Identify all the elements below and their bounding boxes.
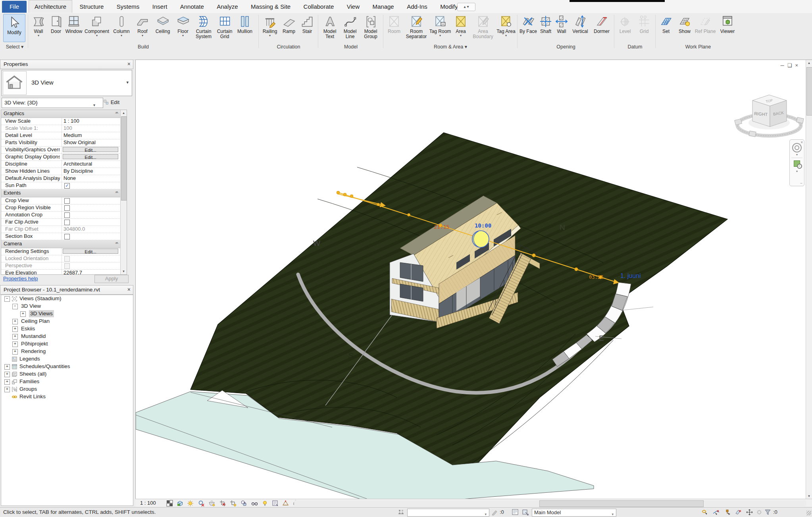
collapse-icon[interactable]: − <box>12 304 18 309</box>
horizontal-scrollbar[interactable] <box>294 500 806 506</box>
tab-collaborate[interactable]: Collaborate <box>298 0 340 13</box>
editable-only-icon[interactable] <box>491 509 498 515</box>
curtain-system-button[interactable]: Curtain System <box>192 13 215 39</box>
apply-button[interactable]: Apply <box>94 275 129 283</box>
3d-view-scene[interactable]: 10:00 21:15 03:22 1. juuni W N E S RIGHT… <box>136 60 806 499</box>
ribbon-collapse-toggle[interactable]: ▴ ▾ <box>457 3 475 11</box>
sun-path-icon[interactable] <box>187 500 194 507</box>
tag-room-button[interactable]: Tag Room▾ <box>429 13 451 37</box>
filter-icon[interactable] <box>764 509 772 515</box>
set-button[interactable]: Set <box>657 13 675 34</box>
chevron-down-icon[interactable]: ▾ <box>790 170 804 173</box>
expand-icon[interactable]: + <box>4 364 10 370</box>
panel-label-work-plane[interactable]: Work Plane <box>657 44 739 50</box>
edit-button[interactable]: Edit... <box>63 147 118 152</box>
design-option-dropdown[interactable]: Main Model ▾ <box>532 509 616 517</box>
expand-icon[interactable]: + <box>12 334 18 340</box>
wall-opening-button[interactable]: Wall <box>554 13 570 34</box>
worksets-icon[interactable] <box>398 509 405 515</box>
door-button[interactable]: Door <box>48 13 64 34</box>
tree-item-3d-views[interactable]: + 3D Views <box>1 310 133 318</box>
tree-item-eskiis[interactable]: + Eskiis <box>1 325 133 333</box>
ref-plane-button[interactable]: Ref Plane <box>694 13 716 34</box>
select-pinned-toggle-icon[interactable] <box>724 509 731 515</box>
dormer-button[interactable]: Dormer <box>591 13 612 34</box>
expand-icon[interactable]: + <box>4 372 10 377</box>
tag-area-button[interactable]: Tag Area▾ <box>496 13 516 37</box>
panel-label-datum[interactable]: Datum <box>616 44 654 50</box>
properties-help-link[interactable]: Properties help <box>3 276 38 282</box>
component-button[interactable]: Component▾ <box>84 13 110 37</box>
panel-label-room-area[interactable]: Room & Area ▾ <box>385 44 516 50</box>
drawing-area[interactable]: 10:00 21:15 03:22 1. juuni W N E S RIGHT… <box>135 60 812 499</box>
prop-row[interactable]: Eye Elevation22687.7 <box>1 270 121 274</box>
close-icon[interactable]: × <box>795 62 801 68</box>
ramp-button[interactable]: Ramp <box>280 13 298 34</box>
tree-item-mustandid[interactable]: + Mustandid <box>1 333 133 340</box>
expand-icon[interactable]: + <box>12 319 18 324</box>
show-rendering-dialog-icon[interactable] <box>208 500 215 507</box>
stair-button[interactable]: Stair <box>298 13 316 34</box>
tab-architecture[interactable]: Architecture <box>29 0 72 13</box>
sun[interactable] <box>472 231 489 247</box>
tree-item-sheets[interactable]: + Sheets (all) <box>1 370 133 378</box>
roof-button[interactable]: Roof▾ <box>133 13 152 37</box>
hide-analytical-model-icon[interactable] <box>282 500 289 507</box>
tree-item-revit-links[interactable]: Revit Links <box>1 393 133 401</box>
zoom-icon[interactable] <box>794 160 800 167</box>
viewcube[interactable]: RIGHT BACK TOP <box>735 95 804 137</box>
edit-button[interactable]: Edit... <box>63 154 118 159</box>
viewer-button[interactable]: Viewer <box>716 13 739 34</box>
by-face-button[interactable]: By Face <box>519 13 538 34</box>
tree-item-pohiprojekt[interactable]: + Põhiprojekt <box>1 340 133 348</box>
tab-analyze[interactable]: Analyze <box>211 0 243 13</box>
reveal-hidden-elements-icon[interactable] <box>262 500 268 507</box>
vertical-scrollbar[interactable]: ▴ ▾ <box>806 60 812 499</box>
tab-massing-site[interactable]: Massing & Site <box>245 0 296 13</box>
visual-style-icon[interactable] <box>177 500 183 507</box>
room-button[interactable]: Room <box>385 13 404 34</box>
edit-button[interactable]: Edit... <box>63 249 118 254</box>
prop-row[interactable]: Default Analysis Display ...None <box>1 175 121 182</box>
expand-icon[interactable]: + <box>12 349 18 355</box>
prop-row[interactable]: View Scale1 : 100 <box>1 118 121 125</box>
tree-item-legends[interactable]: Legends <box>1 355 133 363</box>
panel-label-opening[interactable]: Opening <box>519 44 613 50</box>
tab-structure[interactable]: Structure <box>74 0 110 13</box>
close-icon[interactable]: × <box>800 140 803 145</box>
chevron-down-icon[interactable]: ▾ <box>126 80 129 85</box>
curtain-grid-button[interactable]: Curtain Grid <box>215 13 235 39</box>
active-workset-dropdown[interactable]: ▾ <box>407 509 489 517</box>
tab-systems[interactable]: Systems <box>111 0 145 13</box>
model-line-button[interactable]: Model Line <box>340 13 360 39</box>
shaft-button[interactable]: Shaft <box>538 13 554 34</box>
expand-icon[interactable]: + <box>12 341 18 347</box>
crop-view-checkbox[interactable] <box>64 198 70 204</box>
tab-manage[interactable]: Manage <box>367 0 399 13</box>
prop-row[interactable]: Detail LevelMedium <box>1 132 121 139</box>
file-menu-button[interactable]: File <box>2 1 27 13</box>
unlocked-3d-view-icon[interactable] <box>240 500 247 507</box>
wall-button[interactable]: Wall▾ <box>29 13 48 37</box>
tab-view[interactable]: View <box>341 0 365 13</box>
prop-row[interactable]: Show Hidden LinesBy Discipline <box>1 168 121 175</box>
shadows-icon[interactable] <box>198 500 205 507</box>
temporary-hide-isolate-icon[interactable] <box>251 500 258 507</box>
level-button[interactable]: Level <box>616 13 635 34</box>
tab-annotate[interactable]: Annotate <box>175 0 210 13</box>
model-group-button[interactable]: Model Group <box>360 13 381 39</box>
section-extents[interactable]: Extents^^ <box>1 189 121 197</box>
tree-item-views[interactable]: − Views (Staadium) <box>1 295 133 303</box>
viewcube-right-face[interactable]: RIGHT <box>754 111 768 117</box>
room-separator-button[interactable]: Room Separator <box>404 13 429 39</box>
annotation-crop-checkbox[interactable] <box>64 212 70 218</box>
navigation-bar[interactable]: × ▾ ▾ − <box>789 139 804 186</box>
edit-type-button[interactable]: Edit Type <box>103 98 131 107</box>
section-box-checkbox[interactable] <box>64 234 70 239</box>
panel-label-select[interactable]: Select ▾ <box>2 44 27 50</box>
tree-item-rendering[interactable]: + Rendering <box>1 348 133 355</box>
sun-path-checkbox[interactable]: ✓ <box>64 183 70 189</box>
temporary-view-properties-icon[interactable] <box>272 500 279 507</box>
select-by-face-toggle-icon[interactable] <box>735 509 742 515</box>
close-icon[interactable]: × <box>127 60 131 68</box>
